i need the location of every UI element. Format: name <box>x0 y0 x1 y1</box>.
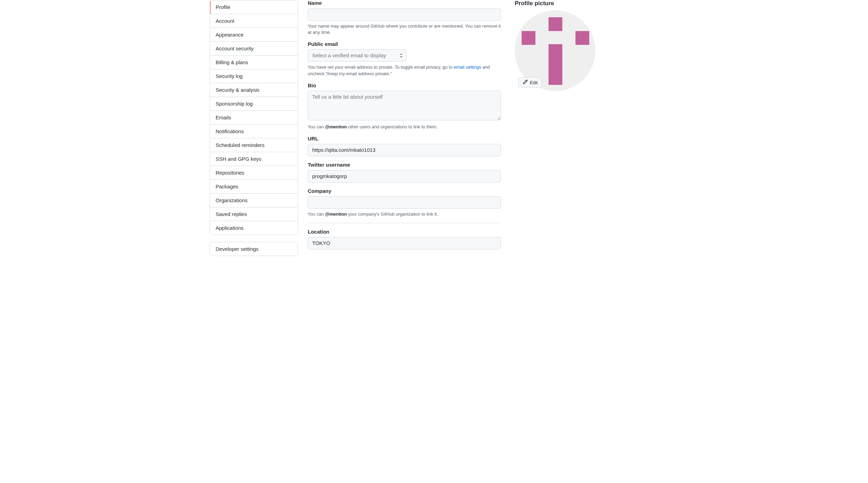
sidebar-item-saved-replies[interactable]: Saved replies <box>210 207 298 221</box>
field-twitter: Twitter username <box>308 162 501 183</box>
sidebar-item-billing-plans[interactable]: Billing & plans <box>210 56 298 69</box>
sidebar-item-sponsorship-log[interactable]: Sponsorship log <box>210 97 298 111</box>
profile-form: Name Your name may appear around GitHub … <box>308 0 501 263</box>
sidebar-item-appearance[interactable]: Appearance <box>210 28 298 42</box>
name-label: Name <box>308 0 501 6</box>
sidebar-item-scheduled-reminders[interactable]: Scheduled reminders <box>210 138 298 152</box>
section-divider <box>308 223 501 223</box>
profile-picture-title: Profile picture <box>515 0 596 7</box>
sidebar-item-account[interactable]: Account <box>210 14 298 28</box>
edit-avatar-button[interactable]: Edit <box>518 77 542 88</box>
pencil-icon <box>523 79 528 86</box>
sidebar-item-account-security[interactable]: Account security <box>210 42 298 56</box>
profile-picture-section: Profile picture Edit <box>515 0 596 263</box>
public-email-select[interactable]: Select a verified email to display <box>308 49 406 62</box>
sidebar-item-profile[interactable]: Profile <box>210 0 298 14</box>
field-location: Location <box>308 229 501 249</box>
public-email-label: Public email <box>308 41 501 47</box>
company-input[interactable] <box>308 196 501 209</box>
sidebar-item-security-log[interactable]: Security log <box>210 69 298 83</box>
company-note: You can @mention your company's GitHub o… <box>308 211 501 217</box>
email-settings-link[interactable]: email settings <box>454 65 481 70</box>
field-name: Name Your name may appear around GitHub … <box>308 0 501 36</box>
sidebar-item-notifications[interactable]: Notifications <box>210 125 298 138</box>
field-public-email: Public email Select a verified email to … <box>308 41 501 77</box>
name-note: Your name may appear around GitHub where… <box>308 23 501 36</box>
bio-textarea[interactable] <box>308 91 501 120</box>
settings-sidebar: ProfileAccountAppearanceAccount security… <box>210 0 298 263</box>
bio-note: You can @mention other users and organiz… <box>308 124 501 130</box>
sidebar-item-emails[interactable]: Emails <box>210 111 298 125</box>
sidebar-item-packages[interactable]: Packages <box>210 180 298 194</box>
location-input[interactable] <box>308 237 501 249</box>
sidebar-item-security-analysis[interactable]: Security & analysis <box>210 83 298 97</box>
sidebar-item-developer-settings[interactable]: Developer settings <box>210 242 298 256</box>
bio-label: Bio <box>308 82 501 88</box>
url-label: URL <box>308 136 501 141</box>
field-company: Company You can @mention your company's … <box>308 188 501 217</box>
sidebar-item-organizations[interactable]: Organizations <box>210 194 298 207</box>
field-bio: Bio You can @mention other users and org… <box>308 82 501 130</box>
sidebar-item-ssh-gpg-keys[interactable]: SSH and GPG keys <box>210 152 298 166</box>
sidebar-item-applications[interactable]: Applications <box>210 221 298 235</box>
name-input[interactable] <box>308 8 501 21</box>
public-email-note: You have set your email address to priva… <box>308 64 501 77</box>
url-input[interactable] <box>308 144 501 156</box>
edit-avatar-label: Edit <box>530 80 537 85</box>
location-label: Location <box>308 229 501 235</box>
twitter-label: Twitter username <box>308 162 501 168</box>
field-url: URL <box>308 136 501 156</box>
company-label: Company <box>308 188 501 194</box>
twitter-input[interactable] <box>308 170 501 183</box>
sidebar-item-repositories[interactable]: Repositories <box>210 166 298 180</box>
